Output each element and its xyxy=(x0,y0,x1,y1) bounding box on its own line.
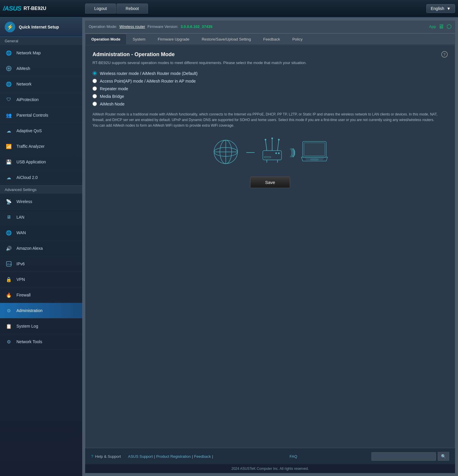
mode-wireless-router-radio[interactable] xyxy=(92,71,97,76)
svg-point-11 xyxy=(265,139,266,140)
mode-wireless-router[interactable]: Wireless router mode / AiMesh Router mod… xyxy=(92,71,448,76)
footer-link-asus-support[interactable]: ASUS Support xyxy=(128,454,153,459)
tab-system[interactable]: System xyxy=(127,34,151,44)
sidebar-item-label: IPv6 xyxy=(16,262,25,266)
save-button[interactable]: Save xyxy=(250,177,290,188)
footer-link-faq[interactable]: FAQ xyxy=(289,454,297,459)
quick-setup-label: Quick Internet Setup xyxy=(19,24,59,30)
sidebar-item-wan[interactable]: 🌐 WAN xyxy=(0,225,82,241)
status-icons: App 🖥 ⬡ xyxy=(429,23,452,30)
logout-button[interactable]: Logout xyxy=(85,4,116,14)
mode-media-bridge-radio[interactable] xyxy=(92,94,97,98)
svg-point-13 xyxy=(278,139,279,140)
aicloud-icon: ☁ xyxy=(5,173,13,182)
sidebar-item-network-map[interactable]: 🌐 Network Map xyxy=(0,45,82,61)
tab-operation-mode[interactable]: Operation Mode xyxy=(85,34,127,44)
sidebar-item-administration[interactable]: ⚙ Administration xyxy=(0,303,82,319)
footer-search: 🔍 xyxy=(371,452,449,461)
sidebar-item-aiprotection[interactable]: 🛡 AiProtection xyxy=(0,92,82,108)
mode-repeater-label: Repeater mode xyxy=(100,86,128,91)
sidebar-item-system-log[interactable]: 📋 System Log xyxy=(0,319,82,334)
mode-description-text: AiMesh Router mode is a traditional mode… xyxy=(92,112,448,129)
footer: ? Help & Support ASUS Support | Product … xyxy=(85,448,455,464)
aiprotection-icon: 🛡 xyxy=(5,95,13,104)
panel-title: Administration - Operation Mode ? xyxy=(92,51,448,58)
firmware-value[interactable]: 3.0.0.6.102_37435 xyxy=(181,24,212,29)
network-icon: 🌐 xyxy=(5,80,13,88)
search-button[interactable]: 🔍 xyxy=(438,452,449,461)
tab-policy[interactable]: Policy xyxy=(286,34,309,44)
sidebar-item-network[interactable]: 🌐 Network xyxy=(0,76,82,92)
panel-description: RT-BE92U supports several operation mode… xyxy=(92,60,448,66)
mode-repeater-radio[interactable] xyxy=(92,86,97,91)
mode-access-point-label: Access Point(AP) mode / AiMesh Router in… xyxy=(100,79,196,83)
parental-controls-icon: 👥 xyxy=(5,111,13,119)
mode-media-bridge[interactable]: Media Bridge xyxy=(92,94,448,99)
network-map-icon: 🌐 xyxy=(5,49,13,57)
mode-aimesh-node[interactable]: AiMesh Node xyxy=(92,102,448,106)
sidebar-item-adaptive-qos[interactable]: ☁ Adaptive QoS xyxy=(0,123,82,139)
sidebar-item-wireless[interactable]: 📡 Wireless xyxy=(0,194,82,209)
firewall-icon: 🔥 xyxy=(5,291,13,299)
mode-aimesh-node-radio[interactable] xyxy=(92,102,97,106)
content-area: Operation Mode: Wireless router Firmware… xyxy=(82,18,458,476)
svg-rect-17 xyxy=(264,157,271,158)
sidebar-item-aicloud[interactable]: ☁ AiCloud 2.0 xyxy=(0,170,82,185)
svg-text:IPv6: IPv6 xyxy=(7,263,12,266)
copyright-text: 2024 ASUSTeK Computer Inc. All rights re… xyxy=(85,464,455,473)
usb-icon: 💾 xyxy=(5,158,13,166)
svg-line-10 xyxy=(277,140,279,150)
footer-link-feedback[interactable]: Feedback xyxy=(194,454,211,459)
connection-arrow: — xyxy=(246,147,255,157)
sidebar-item-amazon-alexa[interactable]: 🔊 Amazon Alexa xyxy=(0,241,82,256)
router-diagram: — xyxy=(92,134,448,170)
sidebar-item-aimesh[interactable]: AiMesh xyxy=(0,61,82,76)
mode-access-point-radio[interactable] xyxy=(92,79,97,83)
svg-point-16 xyxy=(278,152,279,154)
tab-feedback[interactable]: Feedback xyxy=(257,34,286,44)
sidebar: ⚡ Quick Internet Setup General 🌐 Network… xyxy=(0,18,82,476)
lan-icon: 🖥 xyxy=(5,213,13,221)
firmware-label: Firmware Version: xyxy=(147,24,178,29)
usb-status-icon: ⬡ xyxy=(447,23,452,30)
mode-access-point[interactable]: Access Point(AP) mode / AiMesh Router in… xyxy=(92,79,448,83)
language-selector[interactable]: English ▼ xyxy=(426,4,455,13)
sidebar-item-label: Adaptive QoS xyxy=(16,128,42,133)
sidebar-item-parental-controls[interactable]: 👥 Parental Controls xyxy=(0,108,82,123)
tab-bar: Operation Mode System Firmware Upgrade R… xyxy=(85,34,455,45)
mode-media-bridge-label: Media Bridge xyxy=(100,94,124,99)
sidebar-item-label: Network Tools xyxy=(16,339,42,344)
footer-links: ASUS Support | Product Registration | Fe… xyxy=(128,454,214,459)
sidebar-item-network-tools[interactable]: ⚙ Network Tools xyxy=(0,334,82,350)
sidebar-item-ipv6[interactable]: IPv6 IPv6 xyxy=(0,256,82,272)
operation-mode-value[interactable]: Wireless router xyxy=(119,24,145,29)
operation-mode-label: Operation Mode: xyxy=(89,24,117,29)
sidebar-item-usb-application[interactable]: 💾 USB Application xyxy=(0,154,82,170)
language-label: English xyxy=(431,6,444,11)
help-icon[interactable]: ? xyxy=(441,51,448,58)
administration-icon: ⚙ xyxy=(5,306,13,315)
reboot-button[interactable]: Reboot xyxy=(117,4,148,14)
sidebar-item-firewall[interactable]: 🔥 Firewall xyxy=(0,287,82,303)
sidebar-item-traffic-analyzer[interactable]: 📶 Traffic Analyzer xyxy=(0,139,82,154)
footer-help-label: Help & Support xyxy=(95,454,121,459)
svg-rect-14 xyxy=(263,151,282,160)
mode-repeater[interactable]: Repeater mode xyxy=(92,86,448,91)
main-panel: Administration - Operation Mode ? RT-BE9… xyxy=(85,45,455,448)
quick-internet-setup-button[interactable]: ⚡ Quick Internet Setup xyxy=(0,18,82,37)
model-name: RT-BE92U xyxy=(23,6,46,11)
sidebar-item-vpn[interactable]: 🔒 VPN xyxy=(0,272,82,287)
footer-left: ? Help & Support ASUS Support | Product … xyxy=(91,454,214,459)
sidebar-item-label: Parental Controls xyxy=(16,113,48,118)
tab-firmware-upgrade[interactable]: Firmware Upgrade xyxy=(151,34,196,44)
quick-setup-icon: ⚡ xyxy=(5,22,15,32)
sidebar-item-label: USB Application xyxy=(16,160,46,164)
sidebar-item-label: Network Map xyxy=(16,51,41,55)
general-section-header: General xyxy=(0,37,82,45)
sidebar-item-lan[interactable]: 🖥 LAN xyxy=(0,209,82,225)
aimesh-icon xyxy=(5,64,13,73)
search-input[interactable] xyxy=(371,452,436,461)
sidebar-item-label: LAN xyxy=(16,215,24,219)
footer-link-product-registration[interactable]: Product Registration xyxy=(156,454,191,459)
tab-restore-save[interactable]: Restore/Save/Upload Setting xyxy=(196,34,257,44)
